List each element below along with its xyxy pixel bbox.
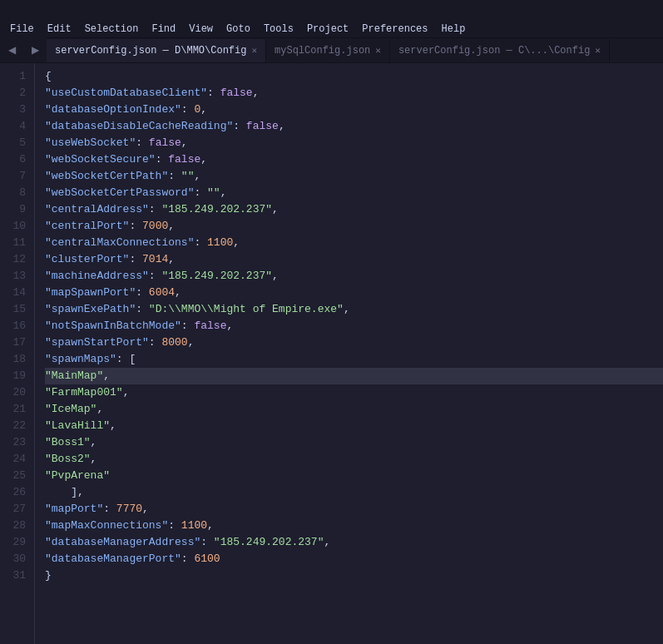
editor: 1234567891011121314151617181920212223242… bbox=[0, 63, 663, 644]
code-line: "mapSpawnPort": 6004, bbox=[45, 285, 663, 301]
code-line: "centralPort": 7000, bbox=[45, 218, 663, 235]
code-line: "spawnExePath": "D:\\MMO\\Might of Empir… bbox=[45, 301, 663, 318]
tab-serverconfig-dmmo[interactable]: serverConfig.json — D\MMO\Config ✕ bbox=[47, 39, 266, 62]
code-line: "webSocketCertPath": "", bbox=[45, 168, 663, 185]
code-line: "FarmMap001", bbox=[45, 384, 663, 401]
code-line: ], bbox=[45, 484, 663, 501]
tab-label: serverConfig.json — C\...\Config bbox=[398, 45, 590, 57]
line-numbers: 1234567891011121314151617181920212223242… bbox=[0, 63, 35, 644]
tab-label: serverConfig.json — D\MMO\Config bbox=[55, 45, 246, 57]
code-line: "databaseManagerPort": 6100 bbox=[45, 551, 663, 567]
tab-mysqlconfig[interactable]: mySqlConfig.json ✕ bbox=[266, 39, 390, 62]
code-content[interactable]: { "useCustomDatabaseClient": false, "dat… bbox=[35, 63, 663, 644]
code-line: "Boss1", bbox=[45, 434, 663, 451]
code-line: "spawnStartPort": 8000, bbox=[45, 334, 663, 351]
tab-close-icon[interactable]: ✕ bbox=[375, 47, 381, 56]
code-line: "databaseDisableCacheReading": false, bbox=[45, 118, 663, 135]
code-line: "mapMaxConnections": 1100, bbox=[45, 518, 663, 534]
menu-preferences[interactable]: Preferences bbox=[355, 22, 434, 37]
tab-bar: ◀ ▶ serverConfig.json — D\MMO\Config ✕ m… bbox=[0, 38, 663, 63]
code-line: "notSpawnInBatchMode": false, bbox=[45, 318, 663, 334]
code-line: "useWebSocket": false, bbox=[45, 135, 663, 151]
menu-view[interactable]: View bbox=[182, 22, 220, 37]
menu-help[interactable]: Help bbox=[435, 22, 473, 37]
code-line: "PvpArena" bbox=[45, 468, 663, 484]
code-line: "machineAddress": "185.249.202.237", bbox=[45, 268, 663, 285]
tab-serverconfig-c[interactable]: serverConfig.json — C\...\Config ✕ bbox=[390, 39, 610, 62]
menu-selection[interactable]: Selection bbox=[78, 22, 146, 37]
menu-file[interactable]: File bbox=[3, 22, 41, 37]
code-line: "centralMaxConnections": 1100, bbox=[45, 235, 663, 251]
menu-edit[interactable]: Edit bbox=[41, 22, 78, 37]
code-line: "LavaHill", bbox=[45, 418, 663, 434]
code-line: "webSocketSecure": false, bbox=[45, 151, 663, 168]
code-line: "mapPort": 7770, bbox=[45, 501, 663, 518]
code-line: "useCustomDatabaseClient": false, bbox=[45, 85, 663, 102]
code-line: "webSocketCertPassword": "", bbox=[45, 185, 663, 201]
menu-find[interactable]: Find bbox=[145, 22, 182, 37]
tab-next-button[interactable]: ▶ bbox=[23, 37, 47, 62]
title-bar bbox=[0, 0, 663, 20]
tab-prev-button[interactable]: ◀ bbox=[0, 37, 23, 62]
code-line: "databaseOptionIndex": 0, bbox=[45, 102, 663, 118]
code-line: "databaseManagerAddress": "185.249.202.2… bbox=[45, 534, 663, 551]
tab-label: mySqlConfig.json bbox=[275, 45, 370, 57]
code-line: "MainMap", bbox=[45, 368, 663, 384]
menu-bar: File Edit Selection Find View Goto Tools… bbox=[0, 20, 663, 38]
code-line: "centralAddress": "185.249.202.237", bbox=[45, 201, 663, 218]
code-line: "IceMap", bbox=[45, 401, 663, 418]
tab-close-icon[interactable]: ✕ bbox=[595, 47, 601, 56]
tab-close-icon[interactable]: ✕ bbox=[251, 47, 257, 56]
code-line: "Boss2", bbox=[45, 451, 663, 468]
code-line: } bbox=[45, 567, 663, 584]
code-line: "clusterPort": 7014, bbox=[45, 251, 663, 268]
menu-project[interactable]: Project bbox=[300, 22, 355, 37]
code-line: "spawnMaps": [ bbox=[45, 351, 663, 368]
code-line: { bbox=[45, 68, 663, 85]
menu-goto[interactable]: Goto bbox=[220, 22, 257, 37]
menu-tools[interactable]: Tools bbox=[257, 22, 300, 37]
